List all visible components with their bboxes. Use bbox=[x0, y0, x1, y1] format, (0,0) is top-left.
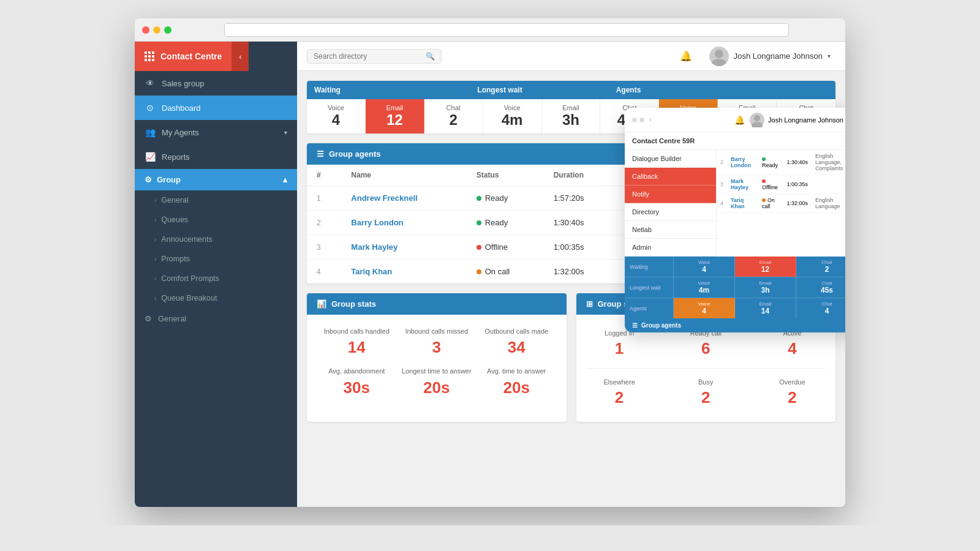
app-layout: Contact Centre ‹ 👁 Sales group ⊙ Dashboa… bbox=[135, 42, 845, 507]
sidebar-label-reports: Reports bbox=[162, 152, 190, 162]
dropdown-item-admin[interactable]: Admin bbox=[625, 239, 716, 257]
tablet-dots bbox=[632, 118, 644, 122]
voice-value: 4m bbox=[677, 286, 731, 294]
t-agent-status: On call bbox=[758, 194, 783, 213]
dashboard-icon: ⊙ bbox=[145, 103, 156, 113]
list-icon: ☰ bbox=[317, 149, 324, 159]
stats-grid: Inbound calls handled 14 Inbound calls m… bbox=[319, 327, 554, 397]
sidebar-sub-item-queue-breakout[interactable]: › Queue Breakout bbox=[135, 288, 297, 308]
tablet-bell-icon[interactable]: 🔔 bbox=[734, 115, 745, 125]
voice-value: 4 bbox=[677, 307, 731, 315]
group-section-label: Group bbox=[157, 175, 181, 184]
search-input[interactable] bbox=[314, 52, 426, 61]
tablet-agents-table: 2 Barry London Ready 1:30:40s English La… bbox=[717, 150, 845, 213]
stat-item: Outbound calls made 34 bbox=[479, 327, 554, 357]
voice-value: 4 bbox=[677, 265, 731, 274]
sidebar-item-reports[interactable]: 📈 Reports bbox=[135, 144, 297, 169]
tablet-longest-wait-row: Longest wait Voice 4m Email 3h bbox=[625, 277, 845, 298]
mac-close-btn[interactable] bbox=[142, 26, 149, 34]
status-grid-bottom: Elsewhere 2 Busy 2 Overdue 2 bbox=[576, 369, 836, 417]
group-stats-panel: 📊 Group stats Inbound calls handled 14 I… bbox=[307, 293, 567, 422]
tablet-main-layout: Dialogue Builder Callback Notify Directo… bbox=[625, 150, 845, 257]
stat-item: Avg. time to answer 20s bbox=[479, 367, 554, 397]
stat-label: Chat bbox=[429, 104, 478, 111]
stat-value: 4m bbox=[488, 111, 537, 129]
tablet-dot bbox=[632, 118, 637, 122]
group-stats-body: Inbound calls handled 14 Inbound calls m… bbox=[307, 315, 567, 410]
search-box[interactable]: 🔍 bbox=[307, 49, 442, 64]
chart-icon: 📊 bbox=[317, 299, 326, 309]
stats-header-row: Waiting Longest wait Agents bbox=[307, 81, 835, 99]
email-label: Email bbox=[739, 260, 792, 265]
sidebar-item-dashboard[interactable]: ⊙ Dashboard bbox=[135, 96, 297, 120]
gear-icon: ⚙ bbox=[145, 175, 152, 184]
email-label: Email bbox=[739, 301, 792, 307]
main-content: Waiting Longest wait Agents Voice 4 bbox=[297, 71, 845, 507]
avatar bbox=[709, 47, 729, 66]
search-icon: 🔍 bbox=[426, 52, 435, 61]
chevron-right-icon: › bbox=[154, 236, 156, 243]
stat-value: 12 bbox=[371, 111, 419, 129]
col-name: Name bbox=[341, 165, 466, 186]
t-agent-duration: 1:30:40s bbox=[783, 150, 812, 175]
col-status: Status bbox=[467, 165, 544, 186]
sidebar-item-sales-group[interactable]: 👁 Sales group bbox=[135, 71, 297, 96]
bell-icon[interactable]: 🔔 bbox=[675, 48, 697, 64]
agents-header: Agents bbox=[564, 81, 693, 99]
t-agent-name: Tariq Khan bbox=[727, 194, 758, 213]
sidebar-sub-item-prompts[interactable]: › Prompts bbox=[135, 249, 297, 269]
sidebar-sub-item-annoucements[interactable]: › Annoucements bbox=[135, 230, 297, 249]
chat-label: Chat bbox=[800, 260, 845, 265]
voice-label: Voice bbox=[677, 301, 731, 307]
dropdown-item-notify[interactable]: Notify bbox=[625, 186, 716, 203]
sidebar-item-my-agents[interactable]: 👥 My Agents ▾ bbox=[135, 120, 297, 144]
user-menu[interactable]: Josh Longname Johnson ▾ bbox=[704, 44, 835, 69]
tablet-bottom-stats: Waiting Voice 4 Email 12 bbox=[625, 257, 845, 318]
dropdown-item-callback[interactable]: Callback bbox=[625, 168, 716, 186]
stat-label: Email bbox=[547, 104, 595, 111]
sidebar-label-dashboard: Dashboard bbox=[162, 103, 201, 113]
topbar: 🔍 🔔 Josh Longname Johnson ▾ bbox=[297, 42, 845, 71]
status-icon: ⊞ bbox=[586, 299, 593, 309]
eye-icon: 👁 bbox=[145, 78, 156, 88]
dropdown-item-netlab[interactable]: Netlab bbox=[625, 221, 716, 239]
chat-value: 4 bbox=[800, 307, 845, 315]
email-value: 14 bbox=[739, 307, 792, 315]
t-agent-skills bbox=[812, 175, 845, 194]
mac-minimize-btn[interactable] bbox=[153, 26, 160, 34]
status-col: Elsewhere 2 bbox=[576, 369, 663, 417]
tablet-lw-chat: Chat 45s bbox=[796, 277, 845, 298]
stat-value: 3h bbox=[547, 111, 595, 129]
stat-item: Inbound calls missed 3 bbox=[399, 327, 475, 357]
dropdown-item-directory[interactable]: Directory bbox=[625, 203, 716, 221]
t-agent-name: Mark Hayley bbox=[727, 175, 758, 194]
sub-item-label-queues: Queues bbox=[161, 216, 188, 224]
sidebar-item-general-bottom[interactable]: ⚙ General bbox=[135, 308, 297, 329]
sub-item-label-general: General bbox=[161, 196, 188, 204]
chat-label: Chat bbox=[800, 301, 845, 307]
group-chevron-icon: ▴ bbox=[283, 175, 287, 184]
sidebar-label-my-agents: My Agents bbox=[162, 128, 199, 137]
tablet-group-agents-label: Group agents bbox=[641, 322, 681, 329]
chat-label: Chat bbox=[800, 280, 845, 286]
sidebar-collapse-btn[interactable]: ‹ bbox=[232, 42, 249, 71]
mac-maximize-btn[interactable] bbox=[164, 26, 172, 34]
tablet-overlay: › 🔔 Josh Longname Johnson ▾ Contact Cent bbox=[625, 108, 845, 332]
email-value: 12 bbox=[739, 265, 792, 274]
sidebar-sub-item-comfort-prompts[interactable]: › Comfort Prompts bbox=[135, 269, 297, 288]
group-stats-title: Group stats bbox=[331, 299, 376, 309]
dropdown-item-dialogue[interactable]: Dialogue Builder bbox=[625, 150, 716, 168]
stat-col-voice-waiting: Voice 4 bbox=[307, 99, 366, 133]
stat-label: Email bbox=[371, 104, 419, 111]
sidebar-sub-item-queues[interactable]: › Queues bbox=[135, 210, 297, 230]
chevron-right-icon: › bbox=[154, 295, 156, 302]
sidebar-group-header[interactable]: ⚙ Group ▴ bbox=[135, 169, 297, 190]
chevron-right-icon: › bbox=[154, 276, 156, 282]
svg-point-2 bbox=[754, 115, 760, 121]
tablet-lw-voice: Voice 4m bbox=[674, 277, 735, 298]
voice-label: Voice bbox=[677, 260, 731, 265]
tablet-agents-voice: Voice 4 bbox=[674, 298, 735, 318]
stat-col-voice-wait: Voice 4m bbox=[483, 99, 542, 133]
sidebar-sub-item-general[interactable]: › General bbox=[135, 190, 297, 210]
reports-icon: 📈 bbox=[145, 152, 156, 162]
